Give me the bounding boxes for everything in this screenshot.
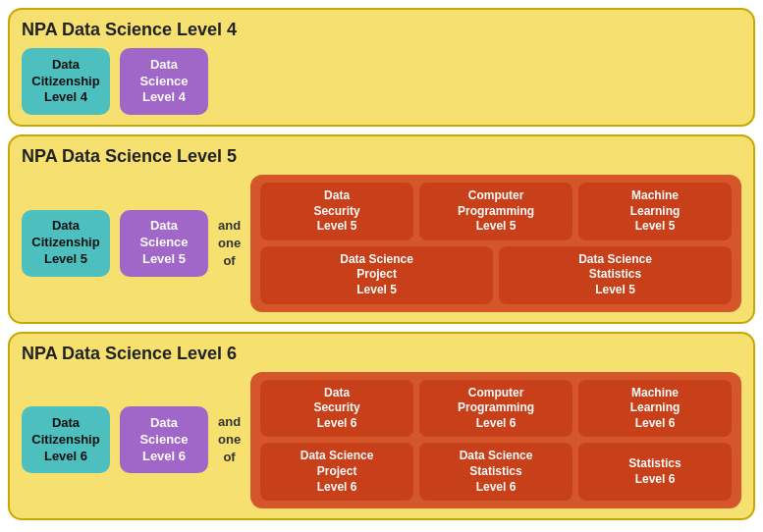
level5-programming: ComputerProgrammingLevel 5 — [419, 183, 572, 240]
level5-and-one-of: andoneof — [218, 217, 241, 271]
level6-options-row1: DataSecurityLevel 6 ComputerProgrammingL… — [260, 380, 732, 438]
level6-row: DataCitizenshipLevel 6 DataScienceLevel … — [22, 372, 741, 509]
level4-datascience: DataScienceLevel 4 — [120, 48, 208, 115]
level6-project: Data ScienceProjectLevel 6 — [260, 443, 413, 501]
level5-security: DataSecurityLevel 5 — [260, 183, 413, 240]
level5-title: NPA Data Science Level 5 — [22, 146, 741, 167]
level6-datascience: DataScienceLevel 6 — [120, 406, 208, 473]
level5-options: DataSecurityLevel 5 ComputerProgrammingL… — [250, 175, 741, 312]
level5-statistics: Data ScienceStatisticsLevel 5 — [499, 246, 732, 304]
level5-datascience: DataScienceLevel 5 — [120, 210, 208, 277]
level6-block: NPA Data Science Level 6 DataCitizenship… — [8, 332, 755, 521]
level6-options-row2: Data ScienceProjectLevel 6 Data ScienceS… — [260, 443, 732, 501]
level6-ds-statistics: Data ScienceStatisticsLevel 6 — [419, 443, 572, 501]
level4-citizenship: DataCitizenshipLevel 4 — [22, 48, 110, 115]
level5-block: NPA Data Science Level 5 DataCitizenship… — [8, 134, 755, 324]
level4-block: NPA Data Science Level 4 DataCitizenship… — [8, 8, 755, 127]
level6-options: DataSecurityLevel 6 ComputerProgrammingL… — [250, 372, 741, 509]
level5-citizenship: DataCitizenshipLevel 5 — [22, 210, 110, 277]
level6-title: NPA Data Science Level 6 — [22, 344, 741, 364]
level5-options-row1: DataSecurityLevel 5 ComputerProgrammingL… — [260, 183, 732, 240]
level4-title: NPA Data Science Level 4 — [22, 20, 741, 40]
level5-project: Data ScienceProjectLevel 5 — [260, 246, 493, 304]
level6-and-one-of: andoneof — [218, 413, 241, 467]
level5-ml: MachineLearningLevel 5 — [578, 183, 732, 240]
level5-row: DataCitizenshipLevel 5 DataScienceLevel … — [22, 175, 741, 312]
level5-options-row2: Data ScienceProjectLevel 5 Data ScienceS… — [260, 246, 732, 304]
level6-citizenship: DataCitizenshipLevel 6 — [22, 406, 110, 473]
level4-row: DataCitizenshipLevel 4 DataScienceLevel … — [22, 48, 741, 115]
level6-statistics: StatisticsLevel 6 — [578, 443, 732, 501]
level6-ml: MachineLearningLevel 6 — [578, 380, 732, 438]
level6-security: DataSecurityLevel 6 — [260, 380, 413, 438]
level6-programming: ComputerProgrammingLevel 6 — [419, 380, 572, 438]
